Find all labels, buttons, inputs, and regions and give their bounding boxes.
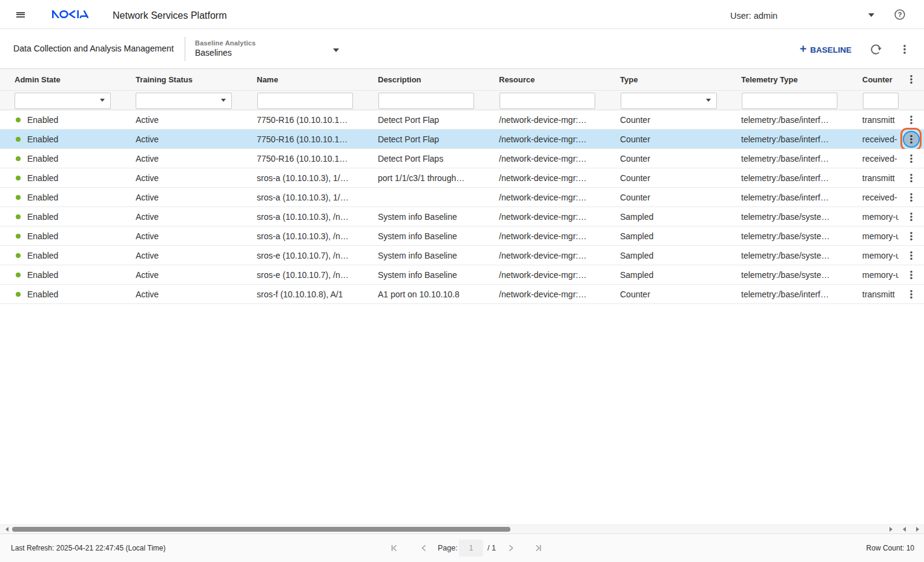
svg-text:?: ? bbox=[898, 11, 902, 18]
